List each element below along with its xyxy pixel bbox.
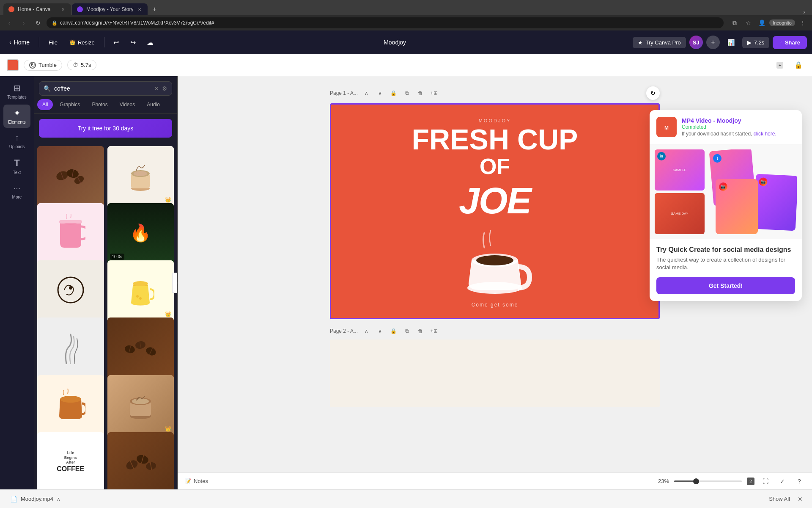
profile-icon[interactable]: 👤: [756, 17, 768, 29]
chart-icon: 📊: [727, 39, 735, 46]
file-button[interactable]: File: [44, 37, 62, 48]
redo-button[interactable]: ↪: [126, 36, 140, 49]
slide-2[interactable]: [330, 340, 660, 407]
result-item[interactable]: [107, 432, 174, 489]
browser-tab-1[interactable]: Home - Canva ✕: [3, 3, 71, 15]
result-item[interactable]: 👑: [107, 260, 174, 327]
filter-tab-graphics[interactable]: Graphics: [55, 99, 85, 110]
search-filter-icon[interactable]: ⚙: [162, 85, 167, 92]
sidebar-item-uploads[interactable]: ↑ Uploads: [3, 130, 30, 152]
back-button[interactable]: ‹: [3, 17, 15, 29]
page-2-down-button[interactable]: ∨: [375, 326, 385, 336]
more-label: More: [12, 195, 22, 199]
help-button[interactable]: ?: [793, 475, 805, 487]
page-2-delete-button[interactable]: 🗑: [415, 326, 425, 336]
slide-1-content: MOODJOY FRESH CUP OF JOE: [331, 105, 658, 318]
page-delete-button[interactable]: 🗑: [415, 88, 425, 98]
save-cloud-button[interactable]: ☁: [143, 36, 157, 49]
checkmark-button[interactable]: ✓: [776, 475, 788, 487]
page-2-add-button[interactable]: +⊞: [429, 326, 439, 336]
svg-rect-12: [59, 220, 82, 224]
tab-overflow-arrow[interactable]: ›: [803, 8, 809, 15]
page-2-up-button[interactable]: ∧: [361, 326, 371, 336]
result-item[interactable]: [37, 146, 104, 213]
browser-tab-2[interactable]: Moodjoy - Your Story ✕: [72, 3, 148, 15]
search-input[interactable]: [54, 85, 151, 92]
filter-tab-photos[interactable]: Photos: [87, 99, 112, 110]
refresh-button[interactable]: ↻: [646, 86, 660, 100]
result-item[interactable]: [37, 375, 104, 442]
search-clear-icon[interactable]: ✕: [154, 86, 159, 91]
undo-button[interactable]: ↩: [110, 36, 123, 49]
add-collaborator-button[interactable]: +: [706, 36, 720, 49]
video-duration: 10.0s: [110, 254, 124, 260]
promo-banner[interactable]: Try it free for 30 days: [39, 119, 172, 138]
filter-tab-audio[interactable]: Audio: [142, 99, 165, 110]
linkedin-badge: in: [657, 152, 666, 160]
fit-screen-button[interactable]: ⛶: [760, 475, 771, 487]
result-item[interactable]: [37, 260, 104, 327]
tab-close-1[interactable]: ✕: [60, 6, 66, 12]
notes-button[interactable]: 📝 Notes: [184, 478, 208, 484]
filter-tab-videos[interactable]: Videos: [115, 99, 140, 110]
coffee-swirl-svg: [56, 275, 85, 305]
transition-button[interactable]: ↻ Tumble: [24, 60, 62, 71]
hide-panel-button[interactable]: ‹: [172, 273, 178, 293]
lock-button[interactable]: 🔒: [792, 58, 805, 72]
timing-button[interactable]: ⏱ 5.7s: [67, 60, 97, 70]
page-lock-button[interactable]: 🔒: [388, 88, 398, 98]
result-item[interactable]: [37, 203, 104, 270]
sidebar-item-text[interactable]: T Text: [3, 154, 30, 178]
home-chevron-icon: ‹: [9, 39, 11, 46]
zoom-slider-thumb[interactable]: [693, 478, 699, 484]
result-item[interactable]: [107, 318, 174, 384]
forward-button[interactable]: ›: [18, 17, 30, 29]
result-item[interactable]: 👑: [107, 375, 174, 442]
tab-close-2[interactable]: ✕: [137, 6, 143, 12]
sidebar-item-more[interactable]: ··· More: [3, 180, 30, 203]
preview-button[interactable]: ▶ 7.2s: [742, 37, 770, 48]
url-bar[interactable]: 🔒 canva.com/design/DAFNVetRTV8/J1WoMZtkP…: [47, 17, 724, 28]
timing-label: 5.7s: [81, 62, 91, 68]
analytics-button[interactable]: 📊: [723, 36, 739, 48]
sidebar-item-templates[interactable]: ⊞ Templates: [3, 80, 30, 103]
magic-tools-button[interactable]: ✦: [773, 58, 787, 72]
result-item[interactable]: 🔥 10.0s: [107, 203, 174, 270]
extensions-icon[interactable]: ⧉: [729, 17, 741, 29]
share-button[interactable]: ↑ Share: [773, 36, 807, 49]
close-bottom-bar-button[interactable]: ✕: [795, 494, 805, 504]
filter-tab-all[interactable]: All: [37, 99, 53, 110]
sidebar-item-elements[interactable]: ✦ Elements: [3, 105, 30, 128]
result-item[interactable]: 👑: [107, 146, 174, 213]
result-item[interactable]: [37, 318, 104, 384]
home-button[interactable]: ‹ Home: [5, 36, 34, 48]
show-all-button[interactable]: Show All: [769, 496, 790, 502]
result-item[interactable]: Life Begins After COFFEE: [37, 432, 104, 489]
user-avatar[interactable]: SJ: [689, 36, 703, 49]
page-down-button[interactable]: ∨: [375, 88, 385, 98]
new-tab-button[interactable]: +: [148, 3, 160, 15]
zoom-slider[interactable]: [674, 480, 742, 482]
page-duplicate-button[interactable]: ⧉: [402, 88, 412, 98]
svg-point-17: [136, 295, 139, 298]
templates-icon: ⊞: [14, 83, 21, 93]
bookmark-icon[interactable]: ☆: [742, 17, 754, 29]
status-bar: 📝 Notes 23% 2 ⛶ ✓ ?: [178, 472, 812, 489]
canva-pro-button[interactable]: ★ Try Canva Pro: [633, 37, 686, 48]
text-icon: T: [14, 157, 19, 168]
reload-button[interactable]: ↻: [32, 17, 44, 29]
page-add-button[interactable]: +⊞: [429, 88, 439, 98]
notification-link[interactable]: click here.: [754, 131, 776, 137]
search-input-wrapper[interactable]: 🔍 ✕ ⚙: [39, 81, 172, 96]
page-up-button[interactable]: ∧: [361, 88, 371, 98]
page-2-lock-button[interactable]: 🔒: [388, 326, 398, 336]
slide-headline: FRESH CUP: [412, 125, 578, 154]
resize-button[interactable]: 👑 Resize: [65, 37, 99, 48]
get-started-button[interactable]: Get Started!: [656, 277, 795, 294]
play-duration: 7.2s: [754, 39, 765, 46]
color-swatch[interactable]: [7, 59, 19, 71]
more-options-icon[interactable]: ⋮: [797, 17, 809, 29]
slide-1[interactable]: MOODJOY FRESH CUP OF JOE: [330, 103, 660, 319]
page-2-duplicate-button[interactable]: ⧉: [402, 326, 412, 336]
undo-icon: ↩: [113, 39, 119, 47]
